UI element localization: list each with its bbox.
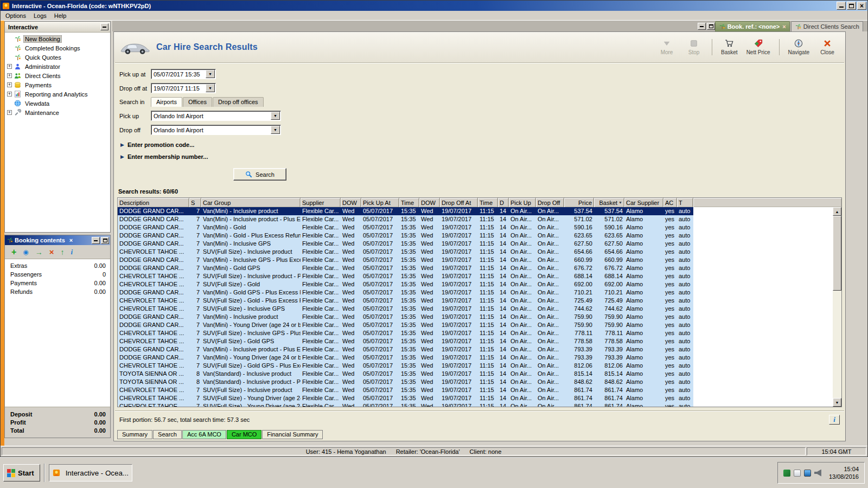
result-row[interactable]: CHEVROLET TAHOE ... 7 SUV(Full Size) - I… [118, 386, 693, 394]
column-car-supplier[interactable]: Car Supplier [624, 198, 663, 207]
mdi-restore-button[interactable] [707, 23, 715, 30]
sidebar-item-direct-clients[interactable]: + Direct Clients [5, 71, 110, 80]
result-row[interactable]: CHEVROLET TAHOE ... 7 SUV(Full Size) - G… [118, 337, 693, 345]
tab-car-mco[interactable]: Car MCO [227, 430, 261, 439]
result-row[interactable]: TOYOTA SIENNA OR ... 8 Van(Standard) - I… [118, 370, 693, 378]
tray-display-icon[interactable] [804, 470, 811, 477]
dropdown-button[interactable]: ▼ [271, 126, 280, 134]
mdi-minimize-button[interactable] [698, 23, 706, 30]
column-basket[interactable]: Basket ▼ [594, 198, 624, 207]
result-row[interactable]: DODGE GRAND CAR... 7 Van(Mini) - Young D… [118, 321, 693, 329]
result-row[interactable]: DODGE GRAND CAR... 7 Van(Mini) - Inclusi… [118, 345, 693, 354]
info-button[interactable]: i [829, 415, 840, 425]
result-row[interactable]: DODGE GRAND CAR... 7 Van(Mini) - Inclusi… [118, 256, 693, 264]
tab-drop-off-offices[interactable]: Drop off offices [213, 97, 264, 107]
column-car-group[interactable]: Car Group [201, 198, 301, 207]
info-icon[interactable]: i [71, 248, 73, 255]
menu-logs[interactable]: Logs [30, 12, 50, 20]
column-dropoff-time[interactable]: Time [478, 198, 498, 207]
result-row[interactable]: CHEVROLET TAHOE ... 7 SUV(Full Size) - G… [118, 280, 693, 288]
basket-button[interactable]: Basket [712, 39, 738, 55]
column-seats[interactable]: S [189, 198, 201, 207]
row-payments[interactable]: Payments 0.00 [5, 279, 110, 287]
expander-icon[interactable]: + [7, 73, 12, 78]
menu-options[interactable]: Options [2, 12, 30, 20]
maximize-button[interactable] [847, 2, 856, 10]
tab-summary[interactable]: Summary [117, 430, 152, 439]
dropdown-button[interactable]: ▼ [206, 84, 215, 92]
tab-direct-clients-search[interactable]: Direct Clients Search [791, 21, 863, 31]
column-pickup-time[interactable]: Time [399, 198, 419, 207]
expander-icon[interactable]: + [7, 82, 12, 87]
sidebar-item-new-booking[interactable]: New Booking [5, 34, 110, 43]
tray-volume-icon[interactable] [814, 470, 821, 477]
row-refunds[interactable]: Refunds 0.00 [5, 287, 110, 296]
booking-minimize-button[interactable] [92, 237, 100, 244]
tab-acc-6a-mco[interactable]: Acc 6A MCO [182, 430, 226, 439]
transfer-icon[interactable]: → [35, 248, 43, 256]
expander-icon[interactable]: + [7, 110, 12, 115]
dropdown-button[interactable]: ▼ [206, 70, 215, 78]
vertical-scrollbar[interactable]: ▲ ▼ [833, 207, 841, 407]
result-row[interactable]: DODGE GRAND CAR... 7 Van(Mini) - Gold GP… [118, 264, 693, 272]
result-row[interactable]: DODGE GRAND CAR... 7 Van(Mini) - Young D… [118, 354, 693, 362]
tray-network-icon[interactable] [783, 470, 790, 477]
column-supplier[interactable]: Supplier [301, 198, 341, 207]
column-drop-off[interactable]: Drop Off [536, 198, 564, 207]
sidebar-item-viewdata[interactable]: Viewdata [5, 99, 110, 108]
nett-price-button[interactable]: Nett Price [746, 39, 770, 55]
navigate-button[interactable]: Navigate [779, 39, 809, 55]
result-row[interactable]: CHEVROLET TAHOE ... 7 SUV(Full Size) - Y… [118, 402, 693, 407]
result-row[interactable]: DODGE GRAND CAR... 7 Van(Mini) - Gold Fl… [118, 223, 693, 232]
scroll-thumb[interactable] [833, 216, 841, 291]
result-row[interactable]: DODGE GRAND CAR... 7 Van(Mini) - Gold - … [118, 232, 693, 240]
more-button[interactable]: More [658, 39, 676, 55]
delete-icon[interactable]: × [49, 248, 54, 256]
tab-offices[interactable]: Offices [183, 97, 212, 107]
column-days[interactable]: D [498, 198, 509, 207]
pickup-location-select[interactable]: Orlando Intl Airport ▼ [151, 111, 281, 121]
result-row[interactable]: CHEVROLET TAHOE ... 7 SUV(Full Size) - I… [118, 272, 693, 280]
scroll-down-button[interactable]: ▼ [833, 398, 841, 407]
expander-icon[interactable]: + [7, 64, 12, 69]
sidebar-item-completed-bookings[interactable]: Completed Bookings [5, 43, 110, 53]
search-button[interactable]: Search [233, 168, 286, 181]
sidebar-item-administrator[interactable]: + Administrator [5, 62, 110, 71]
menu-help[interactable]: Help [50, 12, 71, 20]
close-button[interactable]: × [857, 2, 866, 10]
scroll-up-button[interactable]: ▲ [833, 207, 841, 216]
expander-icon[interactable]: + [7, 92, 12, 97]
pickup-at-select[interactable]: 05/07/2017 15:35 ▼ [151, 69, 216, 79]
booking-close-icon[interactable]: × [67, 237, 75, 243]
taskbar-task-button[interactable]: Interactive - Ocea... [49, 464, 132, 481]
result-row[interactable]: CHEVROLET TAHOE ... 7 SUV(Full Size) - I… [118, 329, 693, 337]
dropoff-location-select[interactable]: Orlando Intl Airport ▼ [151, 125, 281, 135]
minimize-button[interactable] [837, 2, 846, 10]
tab-airports[interactable]: Airports [151, 97, 182, 107]
tab-search[interactable]: Search [153, 430, 182, 439]
start-button[interactable]: Start [3, 464, 40, 481]
add-icon[interactable]: + [11, 248, 16, 256]
result-row[interactable]: DODGE GRAND CAR... 7 Van(Mini) - Inclusi… [118, 313, 693, 321]
tray-message-icon[interactable] [794, 470, 801, 477]
column-pick-up-at[interactable]: Pick Up At [361, 198, 399, 207]
column-description[interactable]: Description [118, 198, 189, 207]
close-panel-button[interactable]: Close [818, 39, 837, 55]
move-up-icon[interactable]: ↑ [61, 248, 65, 256]
column-dow-pickup[interactable]: DOW [341, 198, 361, 207]
column-price[interactable]: Price [564, 198, 594, 207]
result-row[interactable]: DODGE GRAND CAR... 7 Van(Mini) - Gold GP… [118, 288, 693, 297]
result-row[interactable]: CHEVROLET TAHOE ... 7 SUV(Full Size) - Y… [118, 394, 693, 402]
result-row[interactable]: TOYOTA SIENNA OR ... 8 Van(Standard) - I… [118, 378, 693, 386]
world-icon[interactable]: ◉ [23, 249, 28, 255]
collapse-panel-button[interactable] [100, 23, 108, 30]
row-extras[interactable]: Extras 0.00 [5, 261, 110, 270]
row-passengers[interactable]: Passengers 0 [5, 270, 110, 279]
result-row[interactable]: DODGE GRAND CAR... 7 Van(Mini) - Inclusi… [118, 215, 693, 223]
result-row[interactable]: CHEVROLET TAHOE ... 7 SUV(Full Size) - G… [118, 362, 693, 370]
booking-maximize-button[interactable] [101, 237, 109, 244]
column-drop-off-at[interactable]: Drop Off At [440, 198, 478, 207]
result-row[interactable]: CHEVROLET TAHOE ... 7 SUV(Full Size) - I… [118, 248, 693, 256]
sidebar-item-payments[interactable]: + Payments [5, 80, 110, 89]
sidebar-item-maintenance[interactable]: + Maintenance [5, 108, 110, 117]
